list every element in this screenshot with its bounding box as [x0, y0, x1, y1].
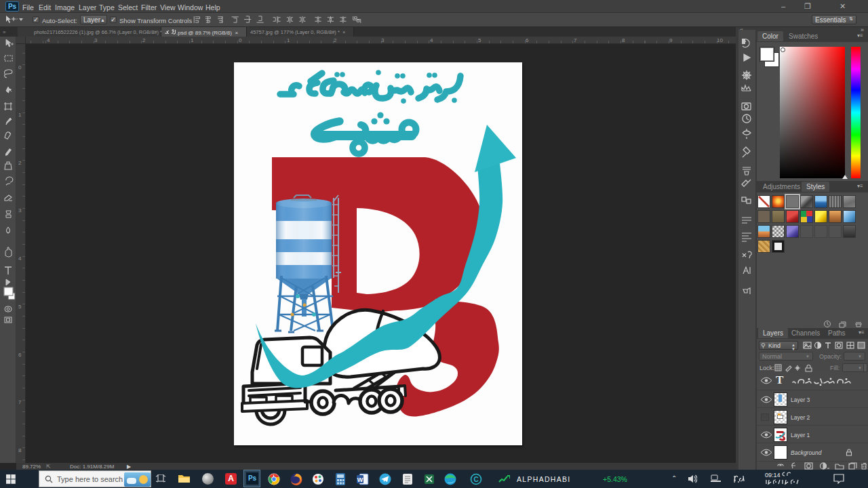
- svg-text:C: C: [473, 476, 478, 483]
- svg-text:W: W: [357, 476, 363, 483]
